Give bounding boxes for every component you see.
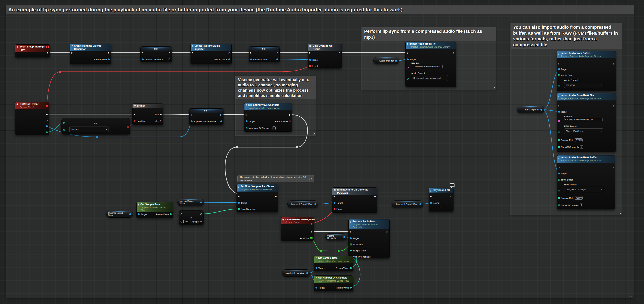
node-set-audio-importer[interactable]: SET ▶ ▶ Audio Importer bbox=[249, 47, 280, 62]
node-set-viseme-generator[interactable]: SET ▶ ▶ Viseme Generator bbox=[140, 47, 172, 62]
node-import-audio-from-file[interactable]: ƒ Import Audio from File Target is Runti… bbox=[406, 42, 456, 87]
divide-input-a-pin[interactable] bbox=[180, 213, 182, 216]
node-import-audio-from-raw-file[interactable]: ƒ Import Audio From RAW File Target is R… bbox=[557, 93, 616, 152]
exec-in-pin[interactable]: ▶ bbox=[334, 195, 335, 198]
new-num-channels-pin[interactable]: New Num Of Channels1 bbox=[246, 127, 276, 130]
audio-format-pin[interactable] bbox=[558, 84, 560, 87]
audio-importer-in-pin[interactable]: Audio Importer bbox=[250, 58, 268, 61]
file-path-pin[interactable] bbox=[407, 66, 409, 69]
file-path-input[interactable]: C:\Folder\SomeAudioFile.mp3 bbox=[412, 65, 443, 68]
viseme-generator-out-pin[interactable] bbox=[168, 58, 170, 61]
file-path-input[interactable]: C:\Folder\SomeRAWAudio.raw bbox=[564, 118, 602, 121]
var-imported-sound-wave-d[interactable]: Imported Sound Wave bbox=[392, 200, 423, 208]
delegate-out-pin[interactable] bbox=[46, 105, 48, 107]
exec-out-pin[interactable]: ▶ bbox=[108, 51, 110, 54]
comment-mp3-title[interactable]: Perform lip sync from a compressed audio… bbox=[362, 28, 496, 41]
exec-in-pin[interactable]: ▶ bbox=[407, 51, 408, 54]
exec-in-pin[interactable]: ▶ bbox=[250, 51, 252, 54]
var-imported-sound-wave-c[interactable]: Imported Sound Wave bbox=[288, 200, 318, 208]
exec-out-pin[interactable]: ▷ bbox=[386, 230, 388, 233]
target-pin[interactable]: Target bbox=[334, 201, 343, 204]
audio-format-pin[interactable] bbox=[407, 77, 409, 80]
audio-format-dropdown[interactable]: Determine format automatically▾ bbox=[412, 75, 448, 81]
num-samples-pin[interactable]: Num Samples bbox=[238, 207, 255, 210]
target-pin[interactable]: Target bbox=[558, 110, 567, 113]
audio-importer-out-pin[interactable] bbox=[276, 58, 278, 61]
exec-in-pin[interactable]: ▷ bbox=[558, 166, 560, 169]
exec-out-pin[interactable]: ▶ bbox=[276, 51, 278, 54]
audio-data-pin[interactable]: Audio Data bbox=[558, 74, 572, 77]
imported-sound-wave-out-pin[interactable] bbox=[220, 120, 222, 123]
sample-rate-pin[interactable]: Sample Rate44100 bbox=[558, 139, 582, 142]
node-mix-sound-wave-channels[interactable]: ƒ Mix Sound Wave Channels Target is Impo… bbox=[244, 103, 292, 132]
importer-out-pin[interactable] bbox=[45, 119, 48, 122]
var-audio-importer-2[interactable]: Audio Importer bbox=[517, 106, 544, 113]
node-divide[interactable]: ÷ 100 ⊕Add pin bbox=[179, 210, 204, 225]
raw-format-pin[interactable] bbox=[558, 189, 560, 192]
node-process-audio-data[interactable]: ƒ Process Audio Data Target is Runtime V… bbox=[348, 219, 390, 258]
node-branch[interactable]: ⇄Branch ▶ ▶True Condition ▷False bbox=[132, 104, 163, 125]
exec-out-pin[interactable]: ▷ bbox=[613, 62, 615, 65]
viseme-generator-in-pin[interactable]: Viseme Generator bbox=[142, 58, 163, 61]
target-pin[interactable]: Target bbox=[238, 201, 247, 204]
eq-input-b-pin[interactable] bbox=[63, 129, 65, 132]
exec-in-pin[interactable]: ▶ bbox=[246, 113, 247, 116]
num-channels-value[interactable]: 2 bbox=[580, 145, 583, 149]
exec-out-pin[interactable]: ▶ bbox=[46, 113, 48, 116]
event-pin[interactable]: Event bbox=[309, 64, 318, 68]
num-channels-value[interactable]: 1 bbox=[580, 204, 583, 207]
target-pin[interactable]: Target bbox=[138, 213, 147, 216]
add-pin-button[interactable]: ⊕Add pin bbox=[192, 220, 202, 223]
node-event-begin-play[interactable]: ◈Event Blueprint Begin Play ▶ bbox=[15, 45, 50, 58]
divide-value[interactable]: 100 bbox=[184, 220, 189, 223]
var-imported-sound-wave-a[interactable]: Imported Sound Wave bbox=[106, 211, 133, 218]
node-import-audio-from-buffer[interactable]: ƒ Import Audio from Buffer Target is Run… bbox=[557, 51, 616, 91]
sample-rate-pin[interactable]: Sample Rate48000 bbox=[558, 196, 582, 199]
condition-pin[interactable]: Condition bbox=[134, 119, 146, 122]
exec-out-pin[interactable]: ▶ bbox=[220, 113, 222, 116]
sample-rate-value[interactable]: 48000 bbox=[575, 196, 583, 200]
return-value-pin[interactable]: Return Value bbox=[94, 58, 110, 61]
expand-chevron-icon[interactable]: ▾ bbox=[440, 206, 441, 209]
target-pin[interactable]: Target bbox=[316, 286, 325, 289]
delegate-outline-icon[interactable] bbox=[46, 46, 49, 48]
blueprint-graph[interactable]: An example of lip sync performed during … bbox=[0, 0, 644, 304]
raw-format-dropdown[interactable]: Signed 16-bit integer▾ bbox=[564, 128, 603, 134]
var-out-pin[interactable] bbox=[540, 109, 542, 111]
exec-in-pin[interactable]: ▶ bbox=[309, 51, 311, 54]
exec-out-pin[interactable]: ▶ bbox=[47, 51, 49, 54]
file-path-pin[interactable] bbox=[558, 119, 560, 122]
target-pin[interactable]: Target bbox=[350, 237, 359, 240]
target-pin[interactable]: Target bbox=[316, 266, 325, 269]
var-out-pin[interactable] bbox=[420, 203, 421, 205]
target-pin[interactable]: Target bbox=[558, 172, 567, 175]
node-get-sample-rate-1[interactable]: ƒ Get Sample Rate Target is Imported Sou… bbox=[136, 202, 173, 218]
divide-input-b-pin[interactable]: 100 bbox=[180, 220, 189, 223]
node-onresult-event[interactable]: ◈ OnResult_Event Custom Event ▶ bbox=[15, 102, 49, 135]
pin-icon[interactable]: ▷▾ bbox=[309, 177, 312, 180]
sample-rate-pin[interactable]: Sample Rate bbox=[350, 249, 366, 252]
return-value-pin[interactable]: Return Value bbox=[214, 58, 230, 61]
exec-out-pin[interactable]: ▷ bbox=[450, 195, 452, 198]
exec-out-pin[interactable]: ▶ bbox=[289, 113, 291, 116]
var-out-pin[interactable] bbox=[314, 203, 316, 205]
exec-in-pin[interactable]: ▶ bbox=[134, 113, 135, 116]
sample-rate-value[interactable]: 44100 bbox=[575, 138, 583, 142]
node-import-audio-from-raw-buffer[interactable]: ƒ Import Audio From RAW Buffer Target is… bbox=[557, 155, 615, 209]
node-create-runtime-audio-importer[interactable]: ƒCreate Runtime Audio Importer ▶ ▶ Retur… bbox=[190, 44, 232, 64]
return-value-pin[interactable]: Return Value bbox=[275, 120, 291, 123]
num-channels-pin[interactable]: Num Of Channels2 bbox=[558, 145, 583, 149]
var-out-pin[interactable] bbox=[129, 213, 131, 215]
comment-main-title[interactable]: An example of lip sync performed during … bbox=[6, 6, 634, 14]
target-pin[interactable]: Target bbox=[407, 58, 416, 61]
pcmdata-pin[interactable]: PCMData bbox=[350, 243, 363, 246]
comment-buffer-title[interactable]: You can also import audio from a compres… bbox=[511, 24, 622, 49]
exec-out-pin[interactable]: ▷ bbox=[453, 51, 455, 54]
false-out-pin[interactable]: ▷False bbox=[154, 119, 162, 122]
return-value-pin[interactable]: Return Value bbox=[336, 266, 352, 269]
var-out-pin[interactable] bbox=[200, 201, 202, 203]
raw-format-dropdown[interactable]: Unsigned 8-bit integer▾ bbox=[564, 187, 603, 192]
event-pin[interactable]: Event bbox=[334, 207, 342, 210]
var-audio-importer-1[interactable]: Audio Importer bbox=[373, 57, 399, 64]
exec-out-pin[interactable]: ▶ bbox=[311, 230, 312, 233]
